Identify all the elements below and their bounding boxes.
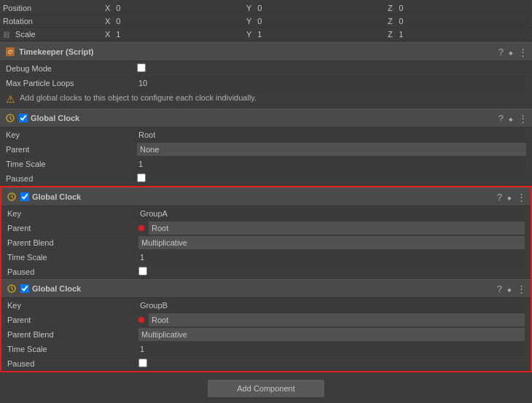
global-clock-1-body: Key Parent None Root Time Scale — [0, 128, 532, 186]
global-clock-1-checkbox[interactable] — [19, 114, 28, 122]
gc2-timescale-label: Time Scale — [7, 253, 138, 262]
rotation-x-input[interactable] — [114, 15, 246, 27]
transform-section: Position X Y Z Rotation — [0, 0, 532, 42]
global-clock-3-help-icon[interactable]: ? — [497, 283, 502, 294]
gc1-timescale-row: Time Scale — [0, 157, 532, 171]
position-z-axis: Z — [388, 4, 396, 12]
gc3-parent-dropdown[interactable]: Root None — [149, 313, 525, 326]
gc1-paused-value — [137, 173, 526, 184]
debug-mode-value — [137, 63, 526, 74]
gc3-paused-row: Paused — [1, 356, 531, 371]
rotation-z-input[interactable] — [397, 15, 529, 27]
gc3-timescale-label: Time Scale — [7, 345, 138, 353]
gc2-paused-value — [138, 267, 525, 277]
global-clock-1-help-icon[interactable]: ? — [498, 113, 504, 124]
gc1-paused-label: Paused — [6, 174, 137, 183]
gc1-key-input[interactable] — [137, 129, 526, 141]
global-clock-3-icon — [6, 283, 17, 294]
gc1-key-label: Key — [6, 130, 137, 139]
position-z-input[interactable] — [397, 2, 529, 14]
add-component-button[interactable]: Add Component — [208, 380, 324, 397]
timekeeper-header: ⏱ Timekeeper (Script) ? ⬥ ⋮ — [0, 42, 532, 61]
max-particle-input[interactable] — [137, 77, 526, 89]
gc1-parent-label: Parent — [6, 145, 137, 154]
scale-x-item: X — [105, 28, 246, 40]
gc3-paused-checkbox[interactable] — [138, 359, 147, 367]
gc2-parent-dropdown[interactable]: Root None — [149, 222, 525, 235]
timekeeper-body: Debug Mode Max Particle Loops ⚠ Add glob… — [0, 61, 532, 109]
gc2-paused-label: Paused — [7, 267, 138, 276]
gc2-timescale-input[interactable] — [138, 251, 525, 263]
rotation-x-item: X — [105, 15, 246, 27]
rotation-y-axis: Y — [246, 17, 254, 26]
position-xyz: X Y Z — [105, 2, 529, 14]
gc2-parentblend-value: Multiplicative Additive Override — [138, 236, 525, 249]
gc3-key-label: Key — [7, 301, 138, 310]
gc3-timescale-input[interactable] — [138, 343, 525, 355]
scale-y-item: Y — [246, 28, 388, 40]
global-clock-2-body: Key Parent Root None — [1, 206, 531, 279]
gc1-paused-checkbox[interactable] — [137, 173, 146, 182]
gc3-parent-value: Root None — [138, 313, 525, 326]
gc2-key-input[interactable] — [138, 208, 525, 219]
position-row: Position X Y Z — [0, 1, 532, 15]
scale-y-input[interactable] — [256, 28, 388, 40]
global-clock-2-settings-icon[interactable]: ⬥ — [506, 192, 512, 203]
gc2-paused-checkbox[interactable] — [138, 267, 147, 275]
gc1-timescale-input[interactable] — [137, 158, 526, 170]
gc1-timescale-label: Time Scale — [6, 160, 137, 168]
global-clock-3-settings-icon[interactable]: ⬥ — [506, 283, 512, 294]
position-z-item: Z — [388, 2, 529, 14]
gc3-timescale-row: Time Scale — [1, 342, 531, 356]
gc2-parent-label: Parent — [7, 224, 138, 232]
rotation-x-axis: X — [105, 17, 113, 26]
timekeeper-menu-icon[interactable]: ⋮ — [518, 47, 528, 58]
gc1-paused-row: Paused — [0, 171, 532, 186]
gc3-parentblend-value: Multiplicative Additive Override — [138, 328, 525, 341]
position-y-axis: Y — [246, 4, 254, 12]
gc3-parentblend-dropdown[interactable]: Multiplicative Additive Override — [138, 328, 525, 341]
global-clock-1-header: Global Clock ? ⬥ ⋮ — [0, 109, 532, 128]
gc1-parent-dropdown[interactable]: None Root — [137, 143, 526, 156]
global-clock-1-title: Global Clock — [31, 114, 498, 122]
gc3-parent-label: Parent — [7, 316, 138, 324]
max-particle-value — [137, 77, 526, 89]
gc2-parentblend-row: Parent Blend Multiplicative Additive Ove… — [1, 235, 531, 250]
position-y-item: Y — [246, 2, 388, 14]
gc2-key-row: Key — [1, 206, 531, 221]
gc3-key-value — [138, 300, 525, 311]
timekeeper-header-icons: ? ⬥ ⋮ — [498, 47, 528, 58]
global-clock-3-body: Key Parent Root None — [1, 298, 531, 371]
rotation-row: Rotation X Y Z — [0, 15, 532, 28]
gc1-parent-value: None Root — [137, 143, 526, 156]
svg-line-4 — [10, 118, 12, 120]
global-clock-1-settings-icon[interactable]: ⬥ — [508, 113, 514, 124]
global-clock-2-menu-icon[interactable]: ⋮ — [517, 192, 526, 203]
scale-z-axis: Z — [388, 30, 396, 39]
gc2-parentblend-dropdown[interactable]: Multiplicative Additive Override — [138, 236, 525, 249]
max-particle-row: Max Particle Loops — [0, 76, 532, 90]
scale-z-item: Z — [388, 28, 529, 40]
scale-x-input[interactable] — [114, 28, 246, 40]
timekeeper-settings-icon[interactable]: ⬥ — [508, 47, 514, 58]
timekeeper-help-icon[interactable]: ? — [498, 47, 504, 58]
global-clock-1-menu-icon[interactable]: ⋮ — [518, 113, 528, 124]
gc3-key-input[interactable] — [138, 300, 525, 311]
global-clock-2-checkbox[interactable] — [20, 192, 29, 201]
global-clock-1-icon — [4, 112, 16, 124]
info-text: Add global clocks to this object to conf… — [20, 93, 526, 102]
rotation-z-item: Z — [388, 15, 529, 27]
position-x-input[interactable] — [114, 2, 246, 14]
gc3-parentblend-label: Parent Blend — [7, 330, 138, 339]
position-x-item: X — [105, 2, 246, 14]
global-clock-3-checkbox[interactable] — [20, 284, 29, 293]
rotation-y-input[interactable] — [256, 15, 388, 27]
scale-z-input[interactable] — [397, 28, 529, 40]
position-y-input[interactable] — [256, 2, 388, 14]
global-clock-3-menu-icon[interactable]: ⋮ — [517, 283, 526, 294]
svg-line-7 — [12, 197, 13, 198]
position-x-axis: X — [105, 4, 113, 12]
global-clock-2-help-icon[interactable]: ? — [497, 192, 502, 203]
debug-mode-checkbox[interactable] — [137, 63, 146, 72]
gc3-parentblend-row: Parent Blend Multiplicative Additive Ove… — [1, 327, 531, 342]
